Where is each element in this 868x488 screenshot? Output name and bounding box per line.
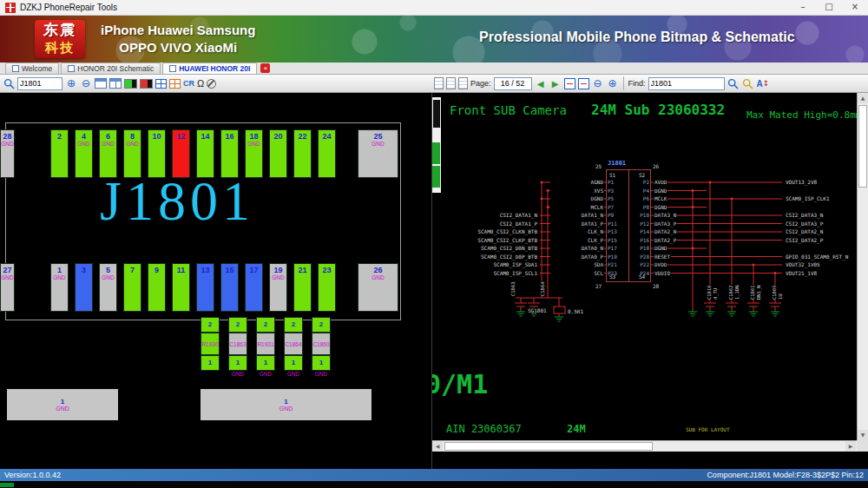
page-input[interactable] — [494, 77, 532, 90]
blue-grid-icon[interactable] — [155, 79, 167, 89]
passive-components-row: 2R193012C18631GND2R19311GND2C18641GND2C1… — [201, 317, 331, 379]
bitmap-panel[interactable]: 28 GND 24GND6GND8GND1012141618GND202224 … — [0, 93, 431, 469]
component-C1863[interactable]: 2C18631GND — [228, 317, 247, 379]
signal-SCAM0_ISP_SDA1: SCAM0_ISP_SDA1 — [455, 261, 538, 267]
find-input[interactable] — [648, 77, 725, 90]
pad-13[interactable]: 13 — [196, 263, 214, 312]
pad-4[interactable]: 4GND — [75, 129, 93, 178]
pad-number: 25 — [358, 132, 398, 141]
next-page-button[interactable]: ▶ — [549, 76, 562, 90]
pad-3[interactable]: 3 — [75, 263, 93, 312]
pin-number-26: 26 — [653, 163, 659, 169]
pad-23[interactable]: 23 — [318, 263, 336, 312]
pad-11[interactable]: 11 — [172, 263, 190, 312]
cap-ref-C1810: C1810 — [707, 285, 712, 300]
pin-P2: P2 — [632, 179, 649, 185]
component-R1931[interactable]: 2R19311GND — [256, 317, 275, 379]
tab-page-icon — [12, 65, 19, 72]
pad-number: 19 — [270, 266, 286, 274]
pad-28[interactable]: 28 GND — [0, 129, 15, 178]
status-bar: Version:1.0.0.42 Component:J1801 Model:F… — [0, 469, 868, 481]
match-case-icon[interactable]: A↕ — [757, 76, 770, 90]
single-page-view-icon[interactable] — [434, 77, 444, 89]
orange-grid-icon[interactable] — [169, 79, 181, 89]
vertical-scroll-thumb[interactable] — [858, 105, 867, 188]
pad-9[interactable]: 9 — [148, 263, 166, 312]
ohm-button[interactable]: Ω — [197, 78, 204, 89]
pad-25[interactable]: 25 GND — [358, 129, 398, 178]
horizontal-scrollbar[interactable]: ◀ ▶ — [432, 440, 857, 452]
vertical-scrollbar[interactable]: ▲ ▼ — [857, 93, 868, 440]
pad-number: 18 — [246, 132, 262, 141]
pin-name-DGND: DGND — [654, 204, 667, 210]
scroll-up-arrow[interactable]: ▲ — [858, 93, 868, 103]
scroll-down-arrow[interactable]: ▼ — [858, 430, 868, 440]
pad-26[interactable]: 26 GND — [358, 263, 398, 312]
pin-name-MCLK: MCLK — [654, 195, 667, 201]
scroll-right-arrow[interactable]: ▶ — [845, 441, 856, 452]
thumbnail-view-icon[interactable] — [458, 77, 468, 89]
tab-welcome[interactable]: Welcome — [5, 63, 59, 74]
zoom-out-circle-button[interactable]: ⊖ — [592, 76, 604, 90]
double-page-view-icon[interactable] — [446, 77, 456, 89]
tab-huawei-honor-20i[interactable]: HUAWEI HONOR 20I — [162, 63, 257, 74]
pin-P11: P11 — [608, 221, 617, 227]
pin-P17: P17 — [608, 245, 617, 251]
cr-button[interactable]: CR — [183, 79, 194, 88]
find-all-icon[interactable] — [742, 76, 754, 90]
pad-22[interactable]: 22 — [293, 129, 312, 178]
fit-width-button[interactable] — [564, 78, 575, 89]
component-search-input[interactable] — [17, 77, 62, 90]
tabs-container: WelcomeHONOR 20I SchematicHUAWEI HONOR 2… — [5, 63, 259, 74]
diode-mode-icon[interactable] — [207, 79, 216, 89]
pad-24[interactable]: 24 — [318, 129, 336, 178]
maximize-button[interactable]: □ — [816, 0, 842, 15]
pad-gnd-label: GND — [1, 274, 14, 280]
pin-name-DATA0_N: DATA0_N — [550, 245, 604, 251]
horizontal-scroll-thumb[interactable] — [444, 442, 653, 451]
signal-CSI2_DATA3_N: CSI2_DATA3_N — [785, 212, 824, 218]
pin-P23: P23 — [608, 270, 617, 276]
pad-number: 5 — [100, 266, 116, 274]
pad-gnd-label: GND — [270, 274, 286, 280]
component-C1864[interactable]: 2C18641GND — [284, 317, 303, 379]
split-view-icon[interactable] — [109, 78, 122, 89]
pad-19[interactable]: 19GND — [269, 263, 287, 312]
minimize-button[interactable]: – — [790, 0, 816, 15]
scroll-left-arrow[interactable]: ◀ — [432, 441, 443, 452]
pin-P14: P14 — [632, 228, 649, 234]
pad-15[interactable]: 15 — [220, 263, 239, 312]
cap-value-C1861: DN1_N — [756, 285, 761, 300]
zoom-out-button[interactable]: ⊖ — [80, 76, 92, 90]
close-tab-button[interactable]: × — [260, 63, 270, 73]
pad-2[interactable]: 2 — [50, 129, 69, 178]
schematic-panel[interactable]: Front SUB Camera 24M Sub 23060332 Max Ma… — [431, 93, 868, 469]
pin-number-27: 27 — [595, 283, 602, 289]
gnd-plate-right[interactable]: 1 GND — [201, 389, 372, 420]
red-layer-swatch[interactable] — [140, 79, 153, 89]
component-R1930[interactable]: 2R19301 — [201, 317, 220, 379]
component-pin-2: 2 — [284, 317, 303, 333]
tab-honor-20i-schematic[interactable]: HONOR 20I Schematic — [61, 63, 161, 74]
zoom-in-button[interactable]: ⊕ — [65, 76, 77, 90]
prev-page-button[interactable]: ◀ — [535, 76, 547, 90]
pad-7[interactable]: 7 — [123, 263, 141, 312]
green-layer-swatch[interactable] — [124, 79, 137, 89]
pad-21[interactable]: 21 — [293, 263, 312, 312]
pin-P15: P15 — [608, 237, 617, 243]
component-pin-2: 2 — [228, 317, 247, 333]
fit-page-button[interactable] — [578, 78, 589, 89]
cap-value-C1810: 4_7U — [713, 288, 718, 300]
pad-1[interactable]: 1GND — [50, 263, 69, 312]
gnd-plate-left[interactable]: 1 GND — [7, 389, 118, 420]
component-C1860[interactable]: 2C18601GND — [312, 317, 331, 379]
close-button[interactable]: × — [842, 0, 868, 15]
pad-number: 7 — [124, 266, 141, 274]
pad-17[interactable]: 17 — [245, 263, 263, 312]
pad-5[interactable]: 5GND — [99, 263, 117, 312]
zoom-in-circle-button[interactable]: ⊕ — [607, 76, 619, 90]
pad-20[interactable]: 20 — [269, 129, 287, 178]
single-view-icon[interactable] — [95, 78, 107, 89]
pad-27[interactable]: 27 GND — [0, 263, 15, 312]
find-next-icon[interactable] — [727, 76, 740, 90]
